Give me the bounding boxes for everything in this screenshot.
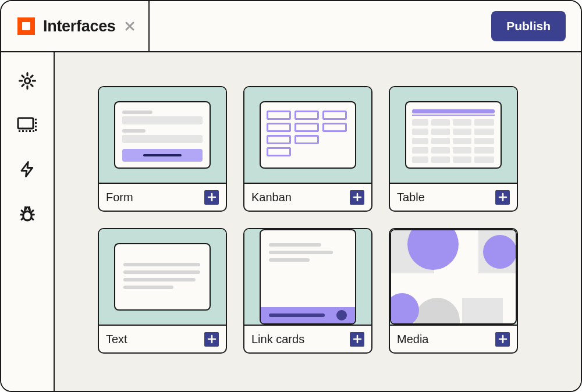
text-preview [99,229,226,325]
add-table-button[interactable] [495,190,510,205]
component-grid: Form Kanban [98,86,538,354]
close-icon[interactable] [124,20,136,32]
svg-rect-11 [23,211,31,220]
plus-icon [353,193,362,202]
bug-icon [17,216,37,226]
layout-icon [17,126,38,136]
header-bar: Interfaces Publish [1,1,581,52]
add-text-button[interactable] [204,332,219,347]
add-form-button[interactable] [204,190,219,205]
card-table[interactable]: Table [389,86,518,212]
main-canvas: Form Kanban [55,52,581,391]
sidebar-item-actions[interactable] [19,159,36,181]
card-link-cards[interactable]: Link cards [243,228,372,354]
card-media[interactable]: Media [389,228,518,354]
add-media-button[interactable] [495,332,510,347]
form-preview [99,87,226,183]
kanban-preview [244,87,371,183]
table-preview [390,87,517,183]
card-kanban[interactable]: Kanban [243,86,372,212]
card-label: Media [397,333,428,346]
media-preview [390,229,517,325]
sidebar-item-debug[interactable] [17,205,37,227]
svg-rect-4 [26,130,27,132]
card-label: Link cards [251,333,304,346]
svg-rect-3 [22,130,24,132]
sidebar [1,52,55,391]
svg-rect-5 [29,130,31,132]
app-window: Interfaces Publish [0,0,582,392]
body: Form Kanban [1,52,581,391]
svg-rect-7 [35,119,37,120]
svg-rect-6 [33,130,34,132]
active-tab[interactable]: Interfaces [1,1,150,51]
sidebar-item-settings[interactable] [17,71,37,93]
plus-icon [207,334,217,344]
card-form[interactable]: Form [98,86,227,212]
card-label: Kanban [251,191,292,204]
card-label: Table [397,191,425,204]
add-kanban-button[interactable] [350,190,364,205]
svg-point-0 [24,78,30,83]
sidebar-item-layout[interactable] [17,116,38,136]
svg-rect-8 [35,122,37,124]
svg-rect-9 [35,126,37,127]
svg-rect-10 [35,129,37,131]
svg-rect-2 [19,130,20,132]
bolt-icon [19,171,36,181]
plus-icon [498,193,508,202]
gear-icon [17,83,37,92]
svg-rect-1 [18,118,33,129]
publish-button[interactable]: Publish [491,11,566,41]
card-text[interactable]: Text [98,228,227,354]
plus-icon [498,334,508,344]
tab-title: Interfaces [43,17,116,35]
plus-icon [207,193,217,202]
card-label: Text [106,333,127,346]
plus-icon [353,334,362,344]
card-label: Form [106,191,133,204]
link-cards-preview [244,229,371,325]
add-link-cards-button[interactable] [350,332,364,347]
interfaces-logo-icon [17,17,35,35]
